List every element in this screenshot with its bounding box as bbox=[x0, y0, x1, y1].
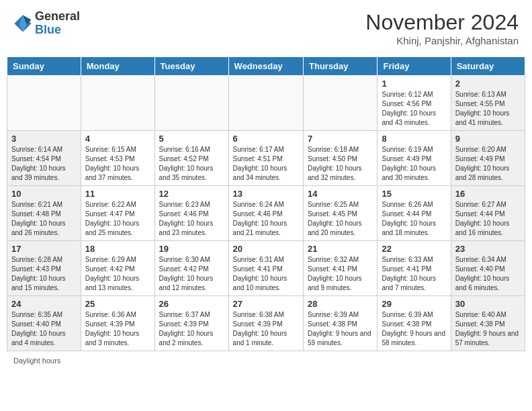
calendar-day: 13Sunrise: 6:24 AM Sunset: 4:46 PM Dayli… bbox=[228, 186, 303, 241]
day-info: Sunrise: 6:38 AM Sunset: 4:39 PM Dayligh… bbox=[233, 310, 299, 348]
calendar-day: 14Sunrise: 6:25 AM Sunset: 4:45 PM Dayli… bbox=[304, 186, 378, 241]
day-info: Sunrise: 6:30 AM Sunset: 4:42 PM Dayligh… bbox=[159, 255, 224, 293]
day-info: Sunrise: 6:32 AM Sunset: 4:41 PM Dayligh… bbox=[308, 255, 373, 293]
day-info: Sunrise: 6:35 AM Sunset: 4:40 PM Dayligh… bbox=[11, 310, 77, 348]
calendar-day bbox=[154, 76, 228, 131]
calendar-day: 16Sunrise: 6:27 AM Sunset: 4:44 PM Dayli… bbox=[451, 186, 525, 241]
day-number: 24 bbox=[11, 299, 77, 309]
day-info: Sunrise: 6:28 AM Sunset: 4:43 PM Dayligh… bbox=[11, 255, 77, 293]
day-info: Sunrise: 6:33 AM Sunset: 4:41 PM Dayligh… bbox=[382, 255, 446, 293]
day-number: 3 bbox=[11, 134, 77, 144]
calendar-day: 30Sunrise: 6:40 AM Sunset: 4:38 PM Dayli… bbox=[451, 296, 525, 351]
weekday-header-monday: Monday bbox=[81, 57, 154, 76]
calendar-day: 23Sunrise: 6:34 AM Sunset: 4:40 PM Dayli… bbox=[451, 241, 525, 296]
day-number: 18 bbox=[85, 244, 150, 254]
day-info: Sunrise: 6:15 AM Sunset: 4:53 PM Dayligh… bbox=[85, 145, 150, 183]
day-number: 9 bbox=[455, 134, 521, 144]
calendar-day: 19Sunrise: 6:30 AM Sunset: 4:42 PM Dayli… bbox=[154, 241, 228, 296]
day-number: 10 bbox=[11, 189, 77, 199]
calendar-week-4: 17Sunrise: 6:28 AM Sunset: 4:43 PM Dayli… bbox=[7, 241, 525, 296]
calendar-day: 22Sunrise: 6:33 AM Sunset: 4:41 PM Dayli… bbox=[378, 241, 451, 296]
logo: General Blue bbox=[13, 10, 80, 37]
day-number: 4 bbox=[85, 134, 150, 144]
day-info: Sunrise: 6:17 AM Sunset: 4:51 PM Dayligh… bbox=[233, 145, 299, 183]
weekday-header-wednesday: Wednesday bbox=[228, 57, 303, 76]
calendar-day: 25Sunrise: 6:36 AM Sunset: 4:39 PM Dayli… bbox=[81, 296, 154, 351]
day-info: Sunrise: 6:20 AM Sunset: 4:49 PM Dayligh… bbox=[455, 145, 521, 183]
day-info: Sunrise: 6:23 AM Sunset: 4:46 PM Dayligh… bbox=[159, 200, 224, 238]
day-info: Sunrise: 6:26 AM Sunset: 4:44 PM Dayligh… bbox=[382, 200, 446, 238]
logo-general-text: General bbox=[35, 9, 80, 23]
day-info: Sunrise: 6:21 AM Sunset: 4:48 PM Dayligh… bbox=[11, 200, 77, 238]
day-number: 12 bbox=[159, 189, 224, 199]
day-number: 16 bbox=[455, 189, 521, 199]
day-number: 8 bbox=[382, 134, 446, 144]
calendar-day: 28Sunrise: 6:39 AM Sunset: 4:38 PM Dayli… bbox=[304, 296, 378, 351]
location-subtitle: Khinj, Panjshir, Afghanistan bbox=[365, 35, 519, 46]
month-title: November 2024 bbox=[365, 10, 519, 35]
day-info: Sunrise: 6:40 AM Sunset: 4:38 PM Dayligh… bbox=[455, 310, 521, 348]
calendar-week-2: 3Sunrise: 6:14 AM Sunset: 4:54 PM Daylig… bbox=[7, 131, 525, 186]
calendar-day: 20Sunrise: 6:31 AM Sunset: 4:41 PM Dayli… bbox=[228, 241, 303, 296]
calendar-day: 27Sunrise: 6:38 AM Sunset: 4:39 PM Dayli… bbox=[228, 296, 303, 351]
calendar-footer: Daylight hours bbox=[7, 357, 525, 365]
calendar-week-3: 10Sunrise: 6:21 AM Sunset: 4:48 PM Dayli… bbox=[7, 186, 525, 241]
day-info: Sunrise: 6:22 AM Sunset: 4:47 PM Dayligh… bbox=[85, 200, 150, 238]
day-number: 15 bbox=[382, 189, 446, 199]
logo-blue-text: Blue bbox=[35, 23, 61, 36]
day-info: Sunrise: 6:12 AM Sunset: 4:56 PM Dayligh… bbox=[382, 90, 446, 128]
day-number: 30 bbox=[455, 299, 521, 309]
day-info: Sunrise: 6:16 AM Sunset: 4:52 PM Dayligh… bbox=[159, 145, 224, 183]
calendar-day bbox=[81, 76, 154, 131]
day-number: 7 bbox=[308, 134, 373, 144]
weekday-header-friday: Friday bbox=[378, 57, 451, 76]
calendar-day: 6Sunrise: 6:17 AM Sunset: 4:51 PM Daylig… bbox=[228, 131, 303, 186]
calendar-weekday-header: SundayMondayTuesdayWednesdayThursdayFrid… bbox=[7, 57, 525, 76]
calendar-day: 24Sunrise: 6:35 AM Sunset: 4:40 PM Dayli… bbox=[7, 296, 81, 351]
calendar-day: 11Sunrise: 6:22 AM Sunset: 4:47 PM Dayli… bbox=[81, 186, 154, 241]
calendar-week-5: 24Sunrise: 6:35 AM Sunset: 4:40 PM Dayli… bbox=[7, 296, 525, 351]
day-number: 2 bbox=[455, 79, 521, 89]
calendar-day: 29Sunrise: 6:39 AM Sunset: 4:38 PM Dayli… bbox=[378, 296, 451, 351]
day-info: Sunrise: 6:25 AM Sunset: 4:45 PM Dayligh… bbox=[308, 200, 373, 238]
page-header: General Blue November 2024 Khinj, Panjsh… bbox=[7, 7, 525, 50]
calendar-day: 5Sunrise: 6:16 AM Sunset: 4:52 PM Daylig… bbox=[154, 131, 228, 186]
calendar-day bbox=[304, 76, 378, 131]
logo-icon bbox=[13, 14, 32, 33]
calendar-day: 2Sunrise: 6:13 AM Sunset: 4:55 PM Daylig… bbox=[451, 76, 525, 131]
day-number: 20 bbox=[233, 244, 299, 254]
day-info: Sunrise: 6:39 AM Sunset: 4:38 PM Dayligh… bbox=[308, 310, 373, 348]
calendar-day: 26Sunrise: 6:37 AM Sunset: 4:39 PM Dayli… bbox=[154, 296, 228, 351]
calendar-day: 9Sunrise: 6:20 AM Sunset: 4:49 PM Daylig… bbox=[451, 131, 525, 186]
day-number: 21 bbox=[308, 244, 373, 254]
calendar-day: 15Sunrise: 6:26 AM Sunset: 4:44 PM Dayli… bbox=[378, 186, 451, 241]
calendar-day: 12Sunrise: 6:23 AM Sunset: 4:46 PM Dayli… bbox=[154, 186, 228, 241]
day-info: Sunrise: 6:27 AM Sunset: 4:44 PM Dayligh… bbox=[455, 200, 521, 238]
weekday-header-tuesday: Tuesday bbox=[154, 57, 228, 76]
day-number: 11 bbox=[85, 189, 150, 199]
day-number: 23 bbox=[455, 244, 521, 254]
day-number: 29 bbox=[382, 299, 446, 309]
day-info: Sunrise: 6:14 AM Sunset: 4:54 PM Dayligh… bbox=[11, 145, 77, 183]
calendar-day: 17Sunrise: 6:28 AM Sunset: 4:43 PM Dayli… bbox=[7, 241, 81, 296]
calendar-day: 7Sunrise: 6:18 AM Sunset: 4:50 PM Daylig… bbox=[304, 131, 378, 186]
day-info: Sunrise: 6:18 AM Sunset: 4:50 PM Dayligh… bbox=[308, 145, 373, 183]
calendar-table: SundayMondayTuesdayWednesdayThursdayFrid… bbox=[7, 56, 525, 351]
weekday-header-thursday: Thursday bbox=[304, 57, 378, 76]
day-number: 13 bbox=[233, 189, 299, 199]
day-number: 1 bbox=[382, 79, 446, 89]
day-number: 27 bbox=[233, 299, 299, 309]
day-info: Sunrise: 6:13 AM Sunset: 4:55 PM Dayligh… bbox=[455, 90, 521, 128]
day-number: 28 bbox=[308, 299, 373, 309]
day-number: 22 bbox=[382, 244, 446, 254]
day-info: Sunrise: 6:36 AM Sunset: 4:39 PM Dayligh… bbox=[85, 310, 150, 348]
calendar-day bbox=[7, 76, 81, 131]
day-number: 19 bbox=[159, 244, 224, 254]
day-number: 26 bbox=[159, 299, 224, 309]
calendar-day: 1Sunrise: 6:12 AM Sunset: 4:56 PM Daylig… bbox=[378, 76, 451, 131]
calendar-body: 1Sunrise: 6:12 AM Sunset: 4:56 PM Daylig… bbox=[7, 76, 525, 351]
day-info: Sunrise: 6:34 AM Sunset: 4:40 PM Dayligh… bbox=[455, 255, 521, 293]
day-info: Sunrise: 6:24 AM Sunset: 4:46 PM Dayligh… bbox=[233, 200, 299, 238]
calendar-day: 10Sunrise: 6:21 AM Sunset: 4:48 PM Dayli… bbox=[7, 186, 81, 241]
calendar-day: 8Sunrise: 6:19 AM Sunset: 4:49 PM Daylig… bbox=[378, 131, 451, 186]
